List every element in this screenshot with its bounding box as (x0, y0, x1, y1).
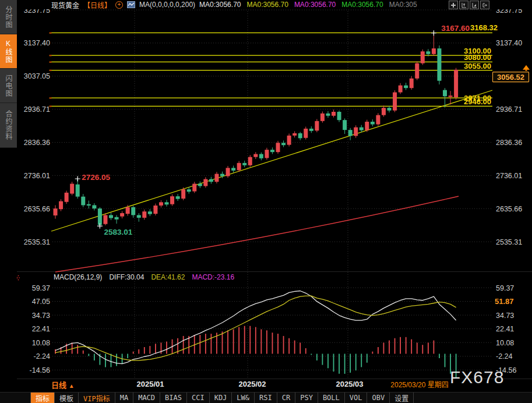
svg-text:-2.24: -2.24 (34, 352, 51, 360)
toolbar-item-BOLL[interactable]: BOLL (318, 393, 345, 403)
exit-chart-icon[interactable] (480, 1, 489, 9)
svg-text:10.08: 10.08 (496, 339, 514, 347)
svg-text:2535.31: 2535.31 (24, 238, 50, 246)
ma-value: MA0:3056.70 (246, 1, 288, 9)
x-axis-date: 2025/01 (137, 380, 164, 388)
svg-text:2726.05: 2726.05 (82, 173, 110, 182)
svg-text:2836.36: 2836.36 (24, 139, 50, 147)
svg-text:2736.01: 2736.01 (24, 172, 50, 180)
add-circle-icon[interactable]: + (115, 1, 123, 9)
svg-text:2635.66: 2635.66 (496, 205, 522, 213)
svg-text:2635.66: 2635.66 (24, 205, 50, 213)
period-label[interactable]: 【日线】 (83, 0, 111, 9)
left-sidebar: 分时图K线图闪电图合约资料 (0, 0, 17, 403)
macd-diff-value: DIFF:30.04 (109, 273, 144, 281)
indicator-toolbar: 指标模板VIP指标MAMACDBIASCCIKDJLW&RSICRPSYBOLL… (0, 392, 532, 403)
macd-header: MACD(26,12,9) DIFF:30.04 DEA:41.62 MACD:… (54, 273, 234, 281)
svg-text:10.08: 10.08 (32, 339, 50, 347)
toolbar-item-模板[interactable]: 模板 (55, 393, 79, 403)
toolbar-item-OBV[interactable]: OBV (367, 393, 390, 403)
svg-text:22.41: 22.41 (496, 325, 514, 333)
svg-text:3137.40: 3137.40 (496, 39, 522, 47)
svg-text:-2.24: -2.24 (496, 352, 513, 360)
svg-text:59.37: 59.37 (496, 284, 514, 292)
toolbar-item-CCI[interactable]: CCI (187, 393, 210, 403)
toolbar-item-MA[interactable]: MA (115, 393, 133, 403)
ma-formula: MA(0,0,0,0,0,200) (139, 1, 195, 9)
svg-text:34.73: 34.73 (496, 312, 514, 320)
axis-scale-icon[interactable] (459, 1, 468, 9)
toolbar-item-VIP指标[interactable]: VIP指标 (79, 393, 115, 403)
period-dropdown[interactable]: 日线 ▲ (51, 379, 75, 390)
svg-text:3055.00: 3055.00 (464, 62, 491, 70)
main-chart[interactable]: 3168.323100.003080.003055.002971.002946.… (0, 0, 532, 403)
svg-text:3167.60: 3167.60 (441, 24, 470, 33)
svg-text:-14.56: -14.56 (30, 366, 50, 374)
toolbar-item-PSY[interactable]: PSY (295, 393, 318, 403)
x-axis-date: 2025/02 (239, 380, 266, 388)
sidebar-item-分时图[interactable]: 分时图 (0, 0, 17, 34)
crosshair-date-badge: 2025/03/20 星期四 (389, 380, 450, 390)
svg-text:2535.31: 2535.31 (496, 238, 522, 246)
ma-value: MA0:3056.70 (341, 1, 383, 9)
triangle-up-icon: ▲ (69, 383, 75, 389)
svg-text:22.41: 22.41 (32, 325, 50, 333)
macd-hist-value: MACD:-23.16 (192, 273, 234, 281)
svg-text:3056.52: 3056.52 (497, 73, 524, 82)
ma-values: MA0:3056.70MA0:3056.70MA0:3056.70MA0:305… (199, 1, 417, 9)
ma-value: MA0:305 (389, 1, 417, 9)
toolbar-item-CR[interactable]: CR (277, 393, 295, 403)
svg-text:34.73: 34.73 (32, 312, 50, 320)
svg-text:3037.05: 3037.05 (24, 72, 50, 80)
toolbar-item-VOL[interactable]: VOL (345, 393, 368, 403)
sidebar-item-K线图[interactable]: K线图 (0, 34, 17, 69)
toolbar-item-指标[interactable]: 指标 (30, 393, 55, 403)
macd-dea-value: DEA:41.62 (151, 273, 185, 281)
svg-text:3080.00: 3080.00 (464, 53, 491, 62)
ma-value: MA0:3056.70 (199, 1, 241, 9)
toolbar-item-RSI[interactable]: RSI (255, 393, 277, 403)
svg-text:3137.40: 3137.40 (24, 39, 50, 47)
svg-text:2583.01: 2583.01 (104, 228, 132, 236)
svg-text:51.87: 51.87 (495, 297, 514, 306)
toolbar-item-BIAS[interactable]: BIAS (160, 393, 187, 403)
macd-formula: MACD(26,12,9) (54, 273, 102, 281)
svg-text:59.37: 59.37 (32, 284, 50, 292)
sidebar-item-闪电图[interactable]: 闪电图 (0, 69, 17, 103)
sidebar-item-合约资料[interactable]: 合约资料 (0, 103, 17, 148)
svg-text:47.05: 47.05 (32, 298, 50, 306)
toolbar-item-settings[interactable]: 设置 (390, 393, 414, 403)
svg-text:2936.71: 2936.71 (496, 105, 522, 114)
svg-text:3168.32: 3168.32 (470, 23, 498, 32)
header-icon-toolbar (449, 1, 489, 9)
ma-value: MA0:3056.70 (294, 1, 336, 9)
svg-text:2946.00: 2946.00 (464, 97, 491, 106)
crosshair-move-icon[interactable] (449, 1, 458, 9)
svg-text:2836.36: 2836.36 (496, 139, 522, 147)
symbol-title: 现货黄金 (51, 0, 79, 9)
toolbar-item-MACD[interactable]: MACD (133, 393, 160, 403)
svg-text:2736.01: 2736.01 (496, 172, 522, 180)
x-axis-date: 2025/03 (336, 380, 364, 388)
watermark: FX678 (450, 367, 504, 387)
chart-line-icon[interactable] (127, 1, 135, 8)
toolbar-item-LW&[interactable]: LW& (232, 393, 255, 403)
axis-fit-icon[interactable] (470, 1, 479, 9)
toolbar-item-KDJ[interactable]: KDJ (210, 393, 232, 403)
svg-text:2936.71: 2936.71 (24, 105, 50, 114)
